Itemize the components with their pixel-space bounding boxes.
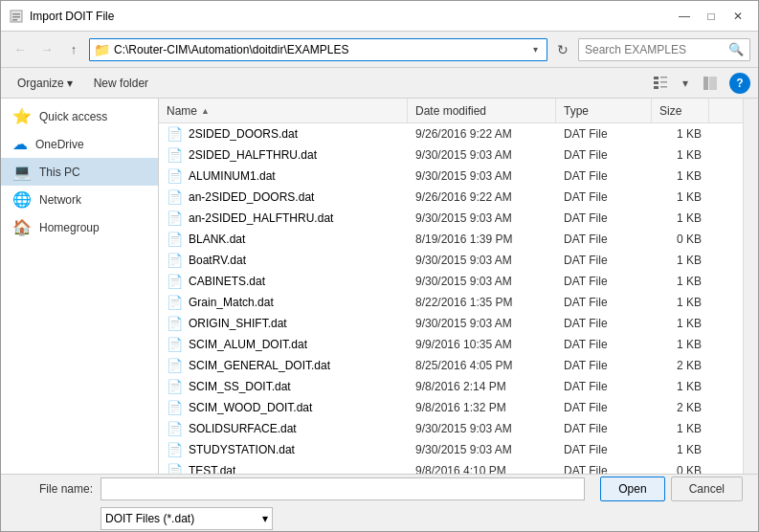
table-row[interactable]: 📄 STUDYSTATION.dat 9/30/2015 9:03 AM DAT… [159, 439, 743, 460]
file-cell-type: DAT File [556, 208, 652, 228]
file-icon: 📄 [167, 358, 183, 373]
scrollbar-track[interactable] [743, 99, 758, 474]
file-cell-name: 📄 2SIDED_HALFTHRU.dat [159, 144, 408, 165]
organize-button[interactable]: Organize ▾ [9, 72, 81, 95]
file-icon: 📄 [167, 463, 183, 475]
new-folder-button[interactable]: New folder [85, 72, 157, 95]
address-input-wrap: 📁 C:\Router-CIM\Automation\doitdir\EXAMP… [89, 38, 547, 61]
file-cell-type: DAT File [556, 439, 652, 459]
table-row[interactable]: 📄 SCIM_SS_DOIT.dat 9/8/2016 2:14 PM DAT … [159, 376, 743, 397]
table-row[interactable]: 📄 CABINETS.dat 9/30/2015 9:03 AM DAT Fil… [159, 271, 743, 292]
file-icon: 📄 [167, 147, 183, 163]
address-dropdown-arrow[interactable]: ▾ [527, 44, 543, 55]
forward-button[interactable]: → [35, 38, 58, 61]
sidebar-item-network[interactable]: 🌐 Network [1, 186, 158, 213]
filetype-select[interactable]: DOIT Files (*.dat) ▾ [100, 507, 273, 530]
table-row[interactable]: 📄 SCIM_WOOD_DOIT.dat 9/8/2016 1:32 PM DA… [159, 397, 743, 418]
file-cell-size: 1 KB [652, 376, 709, 396]
file-cell-name: 📄 ORIGIN_SHIFT.dat [159, 313, 408, 333]
view-details-button[interactable] [649, 73, 672, 94]
table-row[interactable]: 📄 BLANK.dat 8/19/2016 1:39 PM DAT File 0… [159, 229, 743, 250]
file-cell-size: 1 KB [652, 334, 709, 354]
file-list[interactable]: 📄 2SIDED_DOORS.dat 9/26/2016 9:22 AM DAT… [159, 123, 743, 474]
table-row[interactable]: 📄 TEST.dat 9/8/2016 4:10 PM DAT File 0 K… [159, 460, 743, 474]
file-cell-type: DAT File [556, 271, 652, 291]
file-cell-type: DAT File [556, 313, 652, 333]
table-row[interactable]: 📄 2SIDED_HALFTHRU.dat 9/30/2015 9:03 AM … [159, 144, 743, 166]
filename-input[interactable] [100, 477, 585, 500]
file-cell-size: 1 KB [652, 187, 709, 207]
svg-rect-5 [654, 81, 659, 84]
file-name: 2SIDED_HALFTHRU.dat [189, 148, 317, 162]
file-cell-date: 8/19/2016 1:39 PM [408, 229, 556, 249]
file-icon: 📄 [167, 400, 183, 415]
view-dropdown-button[interactable]: ▾ [674, 73, 697, 94]
dialog-window: Import DOIT File — □ ✕ ← → ↑ 📁 C:\Router… [0, 0, 759, 532]
file-cell-name: 📄 BLANK.dat [159, 229, 408, 249]
col-name-label: Name [167, 104, 197, 118]
close-button[interactable]: ✕ [726, 5, 750, 28]
file-cell-date: 9/8/2016 1:32 PM [408, 397, 556, 417]
up-button[interactable]: ↑ [62, 38, 85, 61]
file-cell-size: 1 KB [652, 439, 709, 459]
search-input[interactable] [585, 43, 728, 56]
column-header: Name ▲ Date modified Type Size [159, 99, 743, 123]
file-name: TEST.dat [189, 464, 235, 475]
table-row[interactable]: 📄 BoatRV.dat 9/30/2015 9:03 AM DAT File … [159, 250, 743, 271]
file-cell-name: 📄 STUDYSTATION.dat [159, 439, 408, 459]
sidebar-item-onedrive[interactable]: ☁ OneDrive [1, 130, 158, 158]
file-cell-name: 📄 SCIM_SS_DOIT.dat [159, 376, 408, 396]
sidebar-label-onedrive: OneDrive [35, 138, 146, 151]
file-cell-size: 1 KB [652, 292, 709, 312]
file-cell-type: DAT File [556, 376, 652, 396]
new-folder-label: New folder [94, 77, 148, 90]
file-name: 2SIDED_DOORS.dat [189, 127, 298, 141]
file-icon: 📄 [167, 337, 183, 352]
table-row[interactable]: 📄 2SIDED_DOORS.dat 9/26/2016 9:22 AM DAT… [159, 123, 743, 144]
minimize-button[interactable]: — [672, 5, 697, 28]
table-row[interactable]: 📄 an-2SIDED_HALFTHRU.dat 9/30/2015 9:03 … [159, 208, 743, 229]
file-cell-date: 9/30/2015 9:03 AM [408, 250, 556, 270]
view-icons: ▾ [649, 73, 722, 94]
file-name: CABINETS.dat [189, 275, 265, 288]
table-row[interactable]: 📄 SOLIDSURFACE.dat 9/30/2015 9:03 AM DAT… [159, 418, 743, 439]
file-cell-date: 9/9/2016 10:35 AM [408, 334, 556, 354]
bottom-bar: File name: Open Cancel DOIT Files (*.dat… [1, 474, 758, 531]
file-cell-name: 📄 an-2SIDED_DOORS.dat [159, 187, 408, 207]
file-name: SOLIDSURFACE.dat [189, 422, 297, 435]
svg-rect-4 [654, 77, 659, 79]
onedrive-icon: ☁ [12, 135, 28, 153]
file-name: BoatRV.dat [189, 254, 246, 267]
col-header-size[interactable]: Size [652, 99, 709, 122]
file-cell-name: 📄 2SIDED_DOORS.dat [159, 123, 408, 144]
file-name: STUDYSTATION.dat [189, 443, 295, 456]
file-cell-size: 1 KB [652, 271, 709, 291]
file-name: SCIM_ALUM_DOIT.dat [189, 338, 307, 351]
sidebar-item-quick-access[interactable]: ⭐ Quick access [1, 102, 158, 130]
table-row[interactable]: 📄 ALUMINUM1.dat 9/30/2015 9:03 AM DAT Fi… [159, 166, 743, 187]
sidebar-item-homegroup[interactable]: 🏠 Homegroup [1, 213, 158, 241]
open-button[interactable]: Open [600, 477, 664, 501]
maximize-button[interactable]: □ [699, 5, 724, 28]
table-row[interactable]: 📄 ORIGIN_SHIFT.dat 9/30/2015 9:03 AM DAT… [159, 313, 743, 334]
table-row[interactable]: 📄 an-2SIDED_DOORS.dat 9/26/2016 9:22 AM … [159, 187, 743, 208]
sidebar-item-this-pc[interactable]: 💻 This PC [1, 158, 158, 186]
sidebar-label-homegroup: Homegroup [39, 221, 146, 234]
svg-rect-7 [660, 77, 667, 78]
table-row[interactable]: 📄 SCIM_ALUM_DOIT.dat 9/9/2016 10:35 AM D… [159, 334, 743, 355]
refresh-button[interactable]: ↻ [551, 38, 574, 61]
file-name: ALUMINUM1.dat [189, 169, 276, 183]
back-button[interactable]: ← [9, 38, 32, 61]
cancel-button[interactable]: Cancel [671, 477, 743, 501]
col-header-date[interactable]: Date modified [408, 99, 556, 122]
file-cell-name: 📄 ALUMINUM1.dat [159, 166, 408, 186]
help-button[interactable]: ? [729, 73, 750, 94]
svg-rect-3 [12, 19, 17, 21]
table-row[interactable]: 📄 SCIM_GENERAL_DOIT.dat 8/25/2016 4:05 P… [159, 355, 743, 376]
file-cell-name: 📄 BoatRV.dat [159, 250, 408, 270]
col-header-type[interactable]: Type [556, 99, 652, 122]
view-pane-button[interactable] [699, 73, 722, 94]
table-row[interactable]: 📄 Grain_Match.dat 8/22/2016 1:35 PM DAT … [159, 292, 743, 313]
file-cell-size: 0 KB [652, 460, 709, 474]
col-header-name[interactable]: Name ▲ [159, 99, 408, 122]
